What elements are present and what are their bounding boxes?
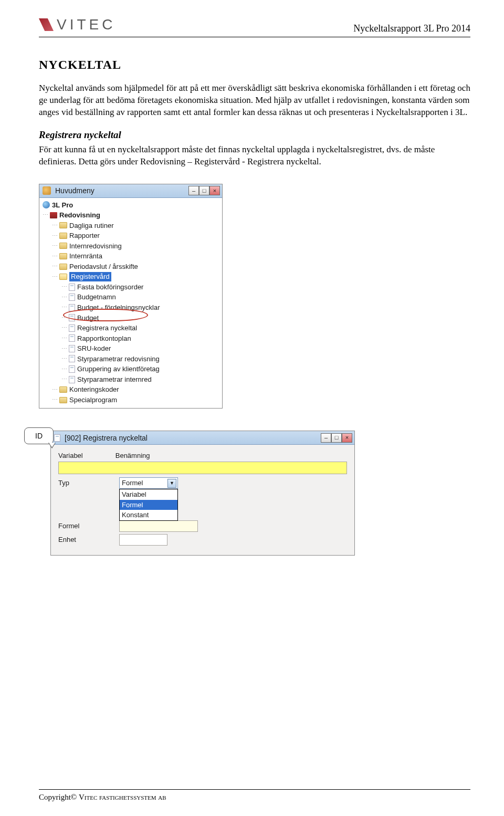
typ-select[interactable]: Formel ▼ Variabel Formel Konstant [119,477,178,489]
minimize-button[interactable]: – [321,433,331,443]
tree-doc-registrera-nyckeltal[interactable]: ⋯Registrera nyckeltal [41,323,220,333]
document-icon [69,304,75,311]
window-icon [43,186,51,195]
logo-text: VITEC [57,15,116,35]
page-header: VITEC Nyckeltalsrapport 3L Pro 2014 [39,15,470,37]
column-header-variabel: Variabel [58,451,83,461]
folder-icon [59,243,67,249]
tree-root[interactable]: 3L Pro [41,200,220,211]
option-konstant[interactable]: Konstant [120,510,177,520]
document-icon [69,314,75,321]
folder-icon [59,264,67,270]
intro-paragraph: Nyckeltal används som hjälpmedel för att… [39,82,470,119]
enhet-input[interactable] [119,534,167,546]
tree-folder[interactable]: ⋯Rapporter [41,231,220,241]
close-button[interactable]: × [209,186,220,195]
page-footer: Copyright© Vitec fastighetssystem ab [39,789,470,802]
menu-tree: 3L Pro ⋯ Redovisning ⋯Dagliga rutiner ⋯R… [39,198,222,409]
document-icon [69,365,75,373]
document-icon [69,376,75,383]
tree-doc[interactable]: ⋯Budget - fördelningsnycklar [41,302,220,313]
minimize-button[interactable]: – [188,186,199,195]
document-icon [69,345,75,352]
tree-doc[interactable]: ⋯Rapportkontoplan [41,333,220,344]
tree-folder[interactable]: ⋯Konteringskoder [41,384,220,395]
titlebar: Huvudmeny – □ × [39,184,222,198]
globe-icon [43,201,50,208]
register-nyckeltal-window: [902] Registrera nyckeltal – □ × Variabe… [50,431,355,556]
window-icon [54,434,60,442]
folder-icon [59,386,67,393]
tree-folder[interactable]: ⋯Specialprogram [41,395,220,405]
highlighted-row[interactable] [58,462,347,474]
tree-folder[interactable]: ⋯Internränta [41,251,220,261]
label-enhet: Enhet [58,535,115,545]
option-formel[interactable]: Formel [120,500,177,510]
typ-dropdown: Variabel Formel Konstant [119,489,178,521]
close-button[interactable]: × [342,433,352,443]
tree-doc[interactable]: ⋯Budgetnamn [41,292,220,302]
main-menu-window: Huvudmeny – □ × 3L Pro ⋯ Redovisning ⋯Da… [39,184,223,409]
tree-folder[interactable]: ⋯Dagliga rutiner [41,221,220,231]
formel-input[interactable] [119,520,198,532]
window-title: [902] Registrera nyckeltal [65,433,317,443]
tree-folder-registervard[interactable]: ⋯Registervård [41,271,220,282]
chevron-down-icon[interactable]: ▼ [167,479,176,488]
titlebar: [902] Registrera nyckeltal – □ × [51,431,354,445]
option-variabel[interactable]: Variabel [120,489,177,500]
book-icon [50,212,57,218]
label-typ: Typ [58,478,115,488]
label-formel: Formel [58,521,115,531]
tree-doc[interactable]: ⋯Styrparametrar internred [41,374,220,385]
select-value: Formel [122,478,143,488]
callout-label: ID [35,431,43,441]
folder-icon [59,397,67,403]
column-header-benamning: Benämning [116,451,150,461]
tree-folder[interactable]: ⋯Internredovisning [41,241,220,252]
tree-doc[interactable]: ⋯Styrparametrar redovisning [41,354,220,364]
tree-doc[interactable]: ⋯Gruppering av klientföretag [41,364,220,374]
logo-mark-icon [39,18,54,31]
document-icon [69,294,75,301]
copyright-prefix: Copyright© [39,793,79,801]
document-icon [69,284,75,291]
copyright-company: Vitec fastighetssystem ab [79,793,166,801]
document-icon [69,334,75,342]
folder-icon [59,233,67,239]
tree-folder[interactable]: ⋯Periodavslut / årsskifte [41,261,220,272]
tree-section-redovisning[interactable]: ⋯ Redovisning [41,210,220,221]
tree-doc[interactable]: ⋯Budget [41,313,220,323]
folder-icon [59,222,67,228]
subsection-paragraph: För att kunna få ut en nyckeltalsrapport… [39,144,470,168]
maximize-button[interactable]: □ [331,433,342,443]
section-heading: NYCKELTAL [39,56,470,73]
tree-doc[interactable]: ⋯SRU-koder [41,343,220,354]
subsection-heading: Registrera nyckeltal [39,128,470,142]
folder-icon [59,253,67,259]
folder-open-icon [59,274,67,280]
document-icon [69,355,75,362]
document-title: Nyckeltalsrapport 3L Pro 2014 [353,22,470,35]
id-callout: ID [24,427,54,444]
tree-doc[interactable]: ⋯Fasta bokföringsorder [41,282,220,292]
window-title: Huvudmeny [55,186,184,196]
document-icon [69,325,75,332]
maximize-button[interactable]: □ [199,186,209,195]
vitec-logo: VITEC [39,15,116,35]
